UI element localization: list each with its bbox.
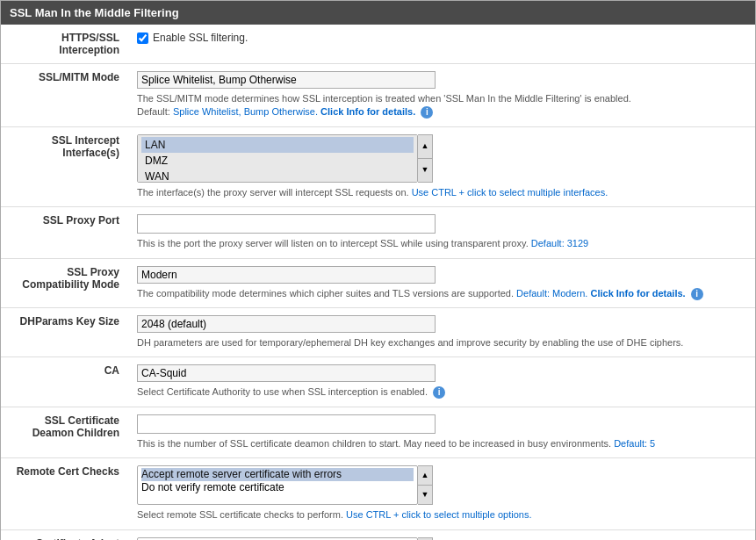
ssl-compat-select-wrapper: Modern Intermediate Old bbox=[137, 266, 436, 284]
remote-cert-row: Remote Cert Checks Accept remote server … bbox=[1, 458, 755, 529]
remote-cert-content: Accept remote server certificate with er… bbox=[128, 458, 755, 529]
ssl-intercept-scroll-buttons: ▲ ▼ bbox=[418, 134, 433, 183]
ssl-proxy-port-desc: This is the port the proxy server will l… bbox=[137, 237, 746, 250]
dhparams-label: DHParams Key Size bbox=[1, 307, 128, 356]
scroll-down-btn[interactable]: ▼ bbox=[418, 159, 432, 182]
enable-ssl-text: Enable SSL filtering. bbox=[153, 32, 248, 44]
remote-cert-label: Remote Cert Checks bbox=[1, 458, 128, 529]
ssl-intercept-label: SSL Intercept Interface(s) bbox=[1, 126, 128, 206]
ssl-intercept-ctrl-link[interactable]: Use CTRL + click to select multiple inte… bbox=[412, 187, 608, 198]
cert-adapt-listbox-wrapper: Sets the 'Not After' (setValidAfter) Set… bbox=[137, 537, 746, 540]
ssl-cert-daemon-content: This is the number of SSL certificate de… bbox=[128, 407, 755, 457]
dhparams-row: DHParams Key Size 1024 2048 (default) 40… bbox=[1, 307, 755, 356]
ssl-mitm-panel: SSL Man In the Middle Filtering HTTPS/SS… bbox=[0, 0, 756, 540]
ssl-intercept-listbox[interactable]: LAN DMZ WAN bbox=[137, 134, 418, 183]
ca-select[interactable]: CA-Squid bbox=[137, 364, 436, 382]
dhparams-select-wrapper: 1024 2048 (default) 4096 bbox=[137, 315, 436, 333]
ca-desc: Select Certificate Authority to use when… bbox=[137, 385, 746, 399]
ssl-proxy-port-input[interactable] bbox=[137, 214, 436, 234]
ca-label: CA bbox=[1, 357, 128, 407]
ssl-mitm-select-wrapper: Splice Whitelist, Bump Otherwise Bump Al… bbox=[137, 71, 436, 89]
cert-adapt-row: Certificate Adapt Sets the 'Not After' (… bbox=[1, 529, 755, 540]
ssl-intercept-content: LAN DMZ WAN ▲ ▼ The interface(s) the pro… bbox=[128, 126, 755, 206]
ssl-mitm-row: SSL/MITM Mode Splice Whitelist, Bump Oth… bbox=[1, 64, 755, 127]
enable-ssl-row: Enable SSL filtering. bbox=[137, 32, 746, 44]
ssl-intercept-row: SSL Intercept Interface(s) LAN DMZ WAN ▲… bbox=[1, 126, 755, 206]
ssl-compat-desc: The compatibility mode determines which … bbox=[137, 287, 746, 300]
dhparams-desc: DH parameters are used for temporary/eph… bbox=[137, 336, 746, 349]
remote-cert-desc: Select remote SSL certificate checks to … bbox=[137, 508, 746, 522]
ssl-proxy-port-row: SSL Proxy Port This is the port the prox… bbox=[1, 207, 755, 258]
ssl-mitm-info-icon[interactable]: i bbox=[421, 106, 433, 119]
remote-cert-scroll-down[interactable]: ▼ bbox=[418, 486, 432, 504]
cert-adapt-listbox[interactable]: Sets the 'Not After' (setValidAfter) Set… bbox=[137, 537, 418, 540]
ssl-mitm-select[interactable]: Splice Whitelist, Bump Otherwise Bump Al… bbox=[137, 71, 436, 89]
ssl-mitm-desc: The SSL/MITM mode determines how SSL int… bbox=[137, 92, 746, 119]
ssl-cert-daemon-default[interactable]: Default: 5 bbox=[614, 438, 655, 449]
ca-info-icon[interactable]: i bbox=[433, 386, 445, 399]
cert-adapt-scroll-buttons: ▲ ▼ bbox=[418, 537, 433, 540]
ssl-compat-info-icon[interactable]: i bbox=[691, 288, 703, 300]
ssl-proxy-port-default[interactable]: Default: 3129 bbox=[531, 238, 588, 248]
ca-content: CA-Squid Select Certificate Authority to… bbox=[128, 357, 755, 407]
ssl-compat-click-info[interactable]: Click Info for details. bbox=[590, 288, 685, 299]
ssl-mitm-content: Splice Whitelist, Bump Otherwise Bump Al… bbox=[128, 64, 755, 127]
ssl-proxy-port-label: SSL Proxy Port bbox=[1, 207, 128, 258]
ssl-mitm-default-label: Default: bbox=[137, 106, 173, 117]
dhparams-select[interactable]: 1024 2048 (default) 4096 bbox=[137, 315, 436, 333]
ssl-cert-daemon-label: SSL Certificate Deamon Children bbox=[1, 407, 128, 457]
ssl-mitm-default-link[interactable]: Splice Whitelist, Bump Otherwise. bbox=[173, 106, 318, 117]
ssl-compat-default[interactable]: Default: Modern. bbox=[516, 288, 587, 299]
ssl-compat-content: Modern Intermediate Old The compatibilit… bbox=[128, 258, 755, 307]
enable-ssl-checkbox[interactable] bbox=[137, 32, 148, 44]
remote-cert-scroll-buttons: ▲ ▼ bbox=[418, 465, 433, 505]
panel-title: SSL Man In the Middle Filtering bbox=[1, 1, 755, 25]
https-ssl-label: HTTPS/SSL Interception bbox=[1, 25, 128, 64]
remote-cert-listbox[interactable]: Accept remote server certificate with er… bbox=[137, 465, 418, 505]
ssl-compat-label: SSL Proxy Compatibility Mode bbox=[1, 258, 128, 307]
ssl-cert-daemon-desc: This is the number of SSL certificate de… bbox=[137, 437, 746, 450]
ssl-cert-daemon-row: SSL Certificate Deamon Children This is … bbox=[1, 407, 755, 457]
ca-row: CA CA-Squid Select Certificate Authority… bbox=[1, 357, 755, 407]
scroll-up-btn[interactable]: ▲ bbox=[418, 135, 432, 159]
form-table: HTTPS/SSL Interception Enable SSL filter… bbox=[1, 25, 755, 540]
https-ssl-row: HTTPS/SSL Interception Enable SSL filter… bbox=[1, 25, 755, 64]
ca-select-wrapper: CA-Squid bbox=[137, 364, 436, 382]
ssl-intercept-listbox-wrapper: LAN DMZ WAN ▲ ▼ bbox=[137, 134, 746, 183]
ssl-compat-select[interactable]: Modern Intermediate Old bbox=[137, 266, 436, 284]
remote-cert-listbox-wrapper: Accept remote server certificate with er… bbox=[137, 465, 746, 505]
cert-adapt-label: Certificate Adapt bbox=[1, 529, 128, 540]
ssl-intercept-desc: The interface(s) the proxy server will i… bbox=[137, 186, 746, 199]
https-ssl-content: Enable SSL filtering. bbox=[128, 25, 755, 64]
ssl-compat-row: SSL Proxy Compatibility Mode Modern Inte… bbox=[1, 258, 755, 307]
cert-adapt-content: Sets the 'Not After' (setValidAfter) Set… bbox=[128, 529, 755, 540]
remote-cert-scroll-up[interactable]: ▲ bbox=[418, 466, 432, 486]
ssl-mitm-label: SSL/MITM Mode bbox=[1, 64, 128, 127]
dhparams-content: 1024 2048 (default) 4096 DH parameters a… bbox=[128, 307, 755, 356]
ssl-cert-daemon-input[interactable] bbox=[137, 414, 436, 434]
ssl-proxy-port-content: This is the port the proxy server will l… bbox=[128, 207, 755, 258]
ssl-mitm-click-info[interactable]: Click Info for details. bbox=[320, 106, 415, 117]
remote-cert-ctrl-link[interactable]: Use CTRL + click to select multiple opti… bbox=[346, 509, 531, 520]
